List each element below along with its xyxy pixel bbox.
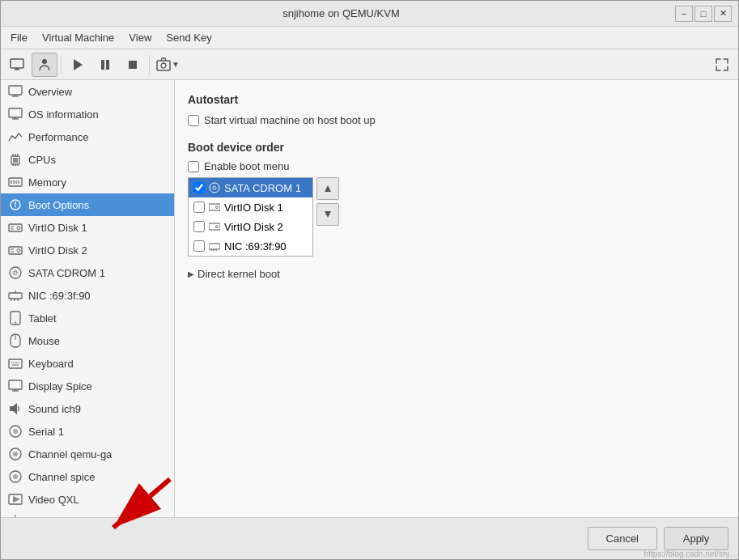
boot-menu-checkbox[interactable] <box>188 161 199 172</box>
video-qxl-icon <box>7 491 23 507</box>
nic-label: NIC :69:3f:90 <box>28 290 91 302</box>
sata-cdrom-1-label: SATA CDROM 1 <box>28 267 105 279</box>
sidebar-item-mouse[interactable]: Mouse <box>1 329 174 352</box>
virtio-disk1-icon <box>208 201 221 214</box>
overview-icon <box>7 83 23 100</box>
sidebar-item-os-info[interactable]: OS information <box>1 103 174 125</box>
virtio-disk-2-icon <box>7 242 23 258</box>
sidebar-item-sound-ich9[interactable]: Sound ich9 <box>1 397 174 420</box>
boot-device-virtio-disk-2[interactable]: VirtIO Disk 2 <box>189 217 312 236</box>
close-button[interactable]: ✕ <box>714 6 732 22</box>
svg-point-69 <box>210 183 219 193</box>
main-content: Overview OS information Performance <box>1 80 738 517</box>
svg-rect-57 <box>9 380 22 389</box>
details-icon-button[interactable] <box>32 53 57 77</box>
svg-rect-51 <box>9 359 22 368</box>
sidebar-item-overview[interactable]: Overview <box>1 80 174 103</box>
menu-file[interactable]: File <box>4 30 34 45</box>
sidebar-item-tablet[interactable]: Tablet <box>1 307 174 329</box>
pause-button[interactable] <box>92 53 118 77</box>
stop-button[interactable] <box>120 53 146 77</box>
svg-marker-80 <box>325 211 331 218</box>
boot-order-up-button[interactable] <box>316 177 339 200</box>
sidebar-item-controller-usb[interactable]: Controller USB 0 <box>1 511 174 517</box>
boot-device-sata-cdrom[interactable]: SATA CDROM 1 <box>189 178 312 197</box>
direct-kernel-arrow: ▶ <box>188 269 194 278</box>
memory-label: Memory <box>28 176 66 189</box>
minimize-button[interactable]: − <box>675 6 693 22</box>
svg-point-62 <box>13 429 18 434</box>
direct-kernel-header[interactable]: ▶ Direct kernel boot <box>188 268 725 280</box>
svg-rect-8 <box>157 61 170 70</box>
autostart-checkbox[interactable] <box>188 115 199 126</box>
boot-menu-label: Enable boot menu <box>204 160 290 172</box>
play-button[interactable] <box>65 53 91 77</box>
mouse-icon <box>7 333 23 349</box>
display-spice-icon <box>7 378 23 394</box>
menu-send-key[interactable]: Send Key <box>159 30 218 45</box>
snapshot-dropdown[interactable]: ▼ <box>153 57 182 73</box>
apply-button[interactable]: Apply <box>664 527 728 550</box>
boot-device-virtio-disk-2-checkbox[interactable] <box>193 221 205 232</box>
sidebar-item-nic[interactable]: NIC :69:3f:90 <box>1 284 174 307</box>
boot-options-icon <box>7 197 23 213</box>
boot-device-virtio-disk-1-checkbox[interactable] <box>193 202 205 213</box>
sidebar-item-channel-spice[interactable]: Channel spice <box>1 465 174 488</box>
boot-device-nic-checkbox[interactable] <box>193 240 205 252</box>
sidebar-item-cpus[interactable]: CPUs <box>1 148 174 171</box>
boot-device-list: SATA CDROM 1 VirtIO Disk 1 <box>188 177 313 257</box>
performance-icon <box>7 129 23 145</box>
sidebar-item-serial-1[interactable]: Serial 1 <box>1 420 174 443</box>
boot-device-virtio-disk-1[interactable]: VirtIO Disk 1 <box>189 197 312 217</box>
svg-point-31 <box>15 206 16 207</box>
virtio-disk-1-label: VirtIO Disk 1 <box>28 222 87 234</box>
boot-device-section: Boot device order Enable boot menu SAT <box>188 141 725 257</box>
virtio-disk-2-label: VirtIO Disk 2 <box>28 244 87 257</box>
tablet-label: Tablet <box>28 312 57 325</box>
boot-menu-checkbox-row: Enable boot menu <box>188 160 725 172</box>
bottom-bar: Cancel Apply <box>1 517 738 559</box>
menu-virtual-machine[interactable]: Virtual Machine <box>36 30 121 45</box>
sidebar-item-virtio-disk-1[interactable]: VirtIO Disk 1 <box>1 216 174 239</box>
fullscreen-button[interactable] <box>709 53 735 77</box>
sidebar-item-boot-options[interactable]: Boot Options <box>1 193 174 216</box>
performance-label: Performance <box>28 131 88 143</box>
monitor-icon-button[interactable] <box>4 53 30 77</box>
sata-cdrom-icon <box>7 265 23 281</box>
boot-device-nic[interactable]: NIC :69:3f:90 <box>189 236 312 256</box>
sidebar-item-performance[interactable]: Performance <box>1 125 174 148</box>
autostart-label: Start virtual machine on host boot up <box>204 114 376 126</box>
svg-rect-17 <box>13 158 18 163</box>
serial-1-icon <box>7 423 23 439</box>
svg-rect-6 <box>106 60 109 70</box>
svg-point-42 <box>12 269 19 276</box>
menu-bar: File Virtual Machine View Send Key <box>1 27 738 49</box>
boot-device-title: Boot device order <box>188 141 725 154</box>
svg-point-66 <box>13 474 18 479</box>
os-info-label: OS information <box>28 108 99 121</box>
sidebar-item-video-qxl[interactable]: Video QXL <box>1 488 174 511</box>
svg-point-72 <box>216 206 219 209</box>
channel-spice-label: Channel spice <box>28 471 95 483</box>
svg-marker-4 <box>74 59 83 70</box>
cdrom-icon <box>208 181 221 194</box>
sidebar-item-keyboard[interactable]: Keyboard <box>1 352 174 375</box>
direct-kernel-section: ▶ Direct kernel boot <box>188 268 725 280</box>
boot-options-label: Boot Options <box>28 199 89 211</box>
svg-rect-10 <box>9 86 22 95</box>
cancel-button[interactable]: Cancel <box>588 527 657 550</box>
sidebar-item-memory[interactable]: Memory <box>1 171 174 193</box>
keyboard-icon <box>7 355 23 371</box>
svg-rect-0 <box>11 59 23 68</box>
sidebar-item-channel-qemu-ga[interactable]: Channel qemu-ga <box>1 443 174 465</box>
sidebar-item-virtio-disk-2[interactable]: VirtIO Disk 2 <box>1 239 174 261</box>
restore-button[interactable]: □ <box>694 6 712 22</box>
boot-order-down-button[interactable] <box>316 203 339 226</box>
boot-device-sata-cdrom-checkbox[interactable] <box>193 182 205 193</box>
sidebar-item-display-spice[interactable]: Display Spice <box>1 375 174 397</box>
cpus-icon <box>7 151 23 168</box>
menu-view[interactable]: View <box>122 30 158 45</box>
autostart-section: Autostart Start virtual machine on host … <box>188 93 725 126</box>
autostart-title: Autostart <box>188 93 725 106</box>
sidebar-item-sata-cdrom-1[interactable]: SATA CDROM 1 <box>1 261 174 284</box>
